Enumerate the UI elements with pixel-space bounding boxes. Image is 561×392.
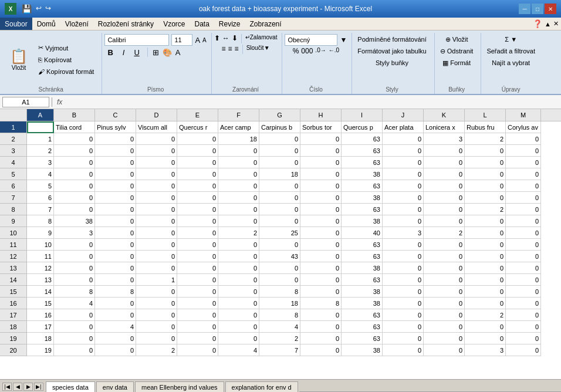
cell-f13[interactable]: 0 [218, 262, 259, 274]
cell-b3[interactable]: 0 [54, 145, 95, 157]
row-header-1[interactable]: 1 [0, 121, 27, 133]
cell-k9[interactable]: 0 [424, 215, 465, 227]
cell-c14[interactable]: 0 [95, 274, 136, 286]
cell-f10[interactable]: 2 [218, 227, 259, 239]
col-header-b[interactable]: B [54, 109, 95, 121]
cell-j10[interactable]: 3 [383, 227, 424, 239]
row-header-17[interactable]: 17 [0, 309, 27, 321]
tab-last-btn[interactable]: ▶| [34, 383, 43, 391]
cell-a19[interactable]: 18 [27, 333, 54, 344]
cell-i14[interactable]: 63 [342, 274, 383, 286]
cell-b18[interactable]: 0 [54, 321, 95, 333]
percent-btn[interactable]: % [293, 47, 299, 55]
col-header-l[interactable]: L [465, 109, 506, 121]
cell-a17[interactable]: 16 [27, 309, 54, 321]
cell-m16[interactable]: 0 [506, 298, 541, 309]
format-cells-btn[interactable]: ▦ Formát [440, 58, 474, 68]
cell-a14[interactable]: 13 [27, 274, 54, 286]
cell-i4[interactable]: 63 [342, 157, 383, 168]
formula-input[interactable] [67, 97, 559, 107]
cell-l5[interactable]: 0 [465, 168, 506, 180]
row-header-4[interactable]: 4 [0, 157, 27, 168]
cell-k15[interactable]: 0 [424, 286, 465, 298]
align-top-btn[interactable]: ⬆ [214, 34, 220, 43]
cell-h11[interactable]: 0 [300, 239, 342, 251]
cell-a5[interactable]: 4 [27, 168, 54, 180]
cell-b4[interactable]: 0 [54, 157, 95, 168]
cell-a16[interactable]: 15 [27, 298, 54, 309]
row-header-12[interactable]: 12 [0, 251, 27, 262]
cell-c3[interactable]: 0 [95, 145, 136, 157]
cell-styles-btn[interactable]: Styly buňky [373, 58, 411, 68]
font-grow-btn[interactable]: A [195, 36, 200, 45]
cell-g5[interactable]: 18 [259, 168, 300, 180]
menu-data[interactable]: Data [190, 18, 214, 30]
cell-h15[interactable]: 0 [300, 286, 342, 298]
tab-mean-ellenberg[interactable]: mean Ellenberg ind values [135, 381, 224, 392]
cell-m5[interactable]: 0 [506, 168, 541, 180]
cell-e12[interactable]: 0 [177, 251, 218, 262]
row-header-2[interactable]: 2 [0, 133, 27, 145]
cell-j13[interactable]: 0 [383, 262, 424, 274]
cell-g10[interactable]: 25 [259, 227, 300, 239]
paste-btn[interactable]: 📋 Vložit [5, 43, 33, 77]
cell-j12[interactable]: 0 [383, 251, 424, 262]
delete-cells-btn[interactable]: ⊖ Odstranit [437, 46, 476, 56]
cell-c6[interactable]: 0 [95, 180, 136, 192]
cell-g7[interactable]: 0 [259, 192, 300, 204]
cell-d3[interactable]: 0 [136, 145, 177, 157]
cell-m13[interactable]: 0 [506, 262, 541, 274]
cell-i12[interactable]: 63 [342, 251, 383, 262]
cell-l9[interactable]: 0 [465, 215, 506, 227]
cell-b11[interactable]: 0 [54, 239, 95, 251]
cell-j9[interactable]: 0 [383, 215, 424, 227]
cell-g19[interactable]: 2 [259, 333, 300, 344]
cell-l19[interactable]: 0 [465, 333, 506, 344]
cell-h7[interactable]: 0 [300, 192, 342, 204]
cell-c19[interactable]: 0 [95, 333, 136, 344]
cell-b10[interactable]: 3 [54, 227, 95, 239]
paste-special-btn[interactable]: 🖌 Kopírovat formát [35, 66, 97, 77]
cell-a8[interactable]: 7 [27, 204, 54, 215]
cell-f15[interactable]: 0 [218, 286, 259, 298]
cell-k2[interactable]: 3 [424, 133, 465, 145]
cell-m11[interactable]: 0 [506, 239, 541, 251]
cell-b20[interactable]: 0 [54, 344, 95, 356]
cell-h16[interactable]: 8 [300, 298, 342, 309]
row-header-10[interactable]: 10 [0, 227, 27, 239]
row-header-5[interactable]: 5 [0, 168, 27, 180]
cell-b5[interactable]: 0 [54, 168, 95, 180]
col-header-j[interactable]: J [383, 109, 424, 121]
col-header-a[interactable]: A [27, 109, 54, 121]
col-header-m[interactable]: M [506, 109, 541, 121]
cell-k16[interactable]: 0 [424, 298, 465, 309]
cell-h4[interactable]: 0 [300, 157, 342, 168]
cell-d5[interactable]: 0 [136, 168, 177, 180]
cell-f12[interactable]: 0 [218, 251, 259, 262]
cell-h8[interactable]: 0 [300, 204, 342, 215]
row-header-14[interactable]: 14 [0, 274, 27, 286]
cell-d18[interactable]: 0 [136, 321, 177, 333]
col-header-k[interactable]: K [424, 109, 465, 121]
cell-l15[interactable]: 0 [465, 286, 506, 298]
cell-i16[interactable]: 38 [342, 298, 383, 309]
cell-d1[interactable]: Viscum all [136, 121, 177, 133]
col-header-c[interactable]: C [95, 109, 136, 121]
row-header-18[interactable]: 18 [0, 321, 27, 333]
cell-k4[interactable]: 0 [424, 157, 465, 168]
col-header-e[interactable]: E [177, 109, 218, 121]
number-format-select[interactable]: Obecný [285, 34, 337, 46]
cell-m1[interactable]: Corylus av [506, 121, 541, 133]
cell-g18[interactable]: 4 [259, 321, 300, 333]
cell-f14[interactable]: 0 [218, 274, 259, 286]
cell-j17[interactable]: 0 [383, 309, 424, 321]
name-box[interactable]: A1 [2, 97, 49, 107]
cell-i2[interactable]: 63 [342, 133, 383, 145]
cell-g11[interactable]: 0 [259, 239, 300, 251]
cell-g2[interactable]: 0 [259, 133, 300, 145]
menu-rozlozeni[interactable]: Rozložení stránky [93, 18, 158, 30]
cell-c15[interactable]: 8 [95, 286, 136, 298]
cell-f20[interactable]: 4 [218, 344, 259, 356]
cell-m15[interactable]: 0 [506, 286, 541, 298]
tab-prev-btn[interactable]: ◀ [13, 383, 22, 391]
